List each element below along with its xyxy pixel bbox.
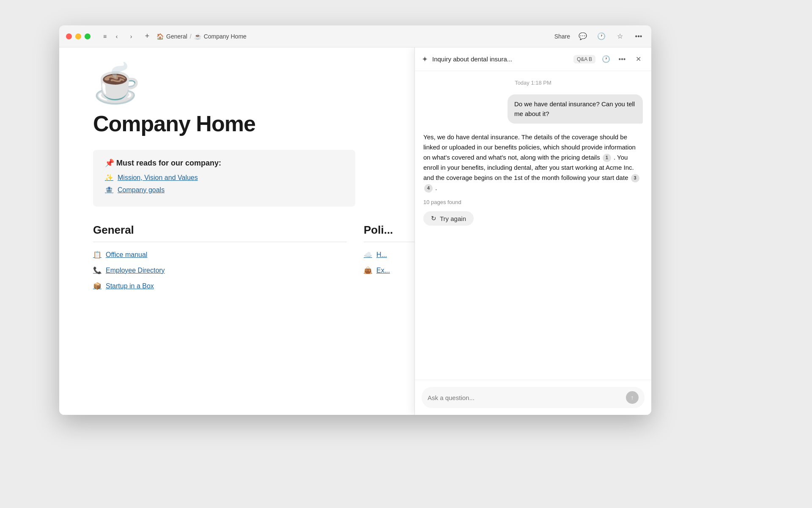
ai-messages: Today 1:18 PM Do we have dental insuranc… [415,71,651,380]
bank-icon: 🏦 [105,186,113,194]
message-timestamp: Today 1:18 PM [423,80,643,86]
must-reads-title: 📌 Must reads for our company: [105,158,343,168]
forward-button[interactable]: › [125,30,137,42]
breadcrumb-page-title: Company Home [204,33,247,40]
must-reads-item-1-text: Mission, Vision and Values [118,174,198,182]
traffic-lights [66,33,91,39]
ai-input-area: ↑ [415,380,651,415]
must-reads-item-1[interactable]: ✨ Mission, Vision and Values [105,174,343,182]
try-again-label: Try again [440,215,466,222]
ai-close-button[interactable]: ✕ [632,53,645,66]
nav-buttons: ‹ › [111,30,137,42]
app-window: ≡ ‹ › + 🏠 General / ☕ Company Home Share… [59,25,651,415]
must-reads-item-2[interactable]: 🏦 Company goals [105,186,343,194]
back-icon: ‹ [116,33,118,40]
back-button[interactable]: ‹ [111,30,123,42]
general-section-heading: General [93,224,347,242]
sparkle-icon: ✨ [105,174,113,182]
bag-icon: 👜 [364,266,372,274]
citation-1[interactable]: 1 [603,154,611,162]
user-message-bubble: Do we have dental insurance? Can you tel… [508,94,643,124]
ai-history-icon: 🕐 [602,55,610,63]
breadcrumb-general[interactable]: General [166,33,187,40]
general-section: General 📋 Office manual 📞 Employee Direc… [93,224,347,298]
minimize-window-button[interactable] [75,33,81,39]
ai-panel: ✦ Inquiry about dental insura... Q&A B 🕐… [414,47,651,415]
breadcrumb: 🏠 General / ☕ Company Home [156,33,554,40]
history-button[interactable]: 🕐 [595,30,607,42]
phone-icon: 📞 [93,266,102,274]
breadcrumb-home-icon: 🏠 [156,33,164,40]
breadcrumb-page-icon: ☕ [194,33,201,40]
citation-3[interactable]: 3 [631,174,639,182]
ai-more-icon: ••• [619,55,626,63]
user-message: Do we have dental insurance? Can you tel… [423,94,643,124]
box-icon: 📦 [93,282,102,290]
ai-panel-title: Inquiry about dental insura... [432,55,569,63]
must-reads-suffix: for our company: [156,159,221,167]
ai-message: Yes, we do have dental insurance. The de… [423,132,643,226]
comment-icon: 💬 [579,32,587,40]
office-manual-text: Office manual [106,251,147,259]
ai-input-row: ↑ [422,387,645,408]
forward-icon: › [130,33,132,40]
cloud-icon: ☁️ [364,251,372,259]
office-manual-link[interactable]: 📋 Office manual [93,251,347,259]
comment-button[interactable]: 💬 [577,30,589,42]
titlebar-actions: Share 💬 🕐 ☆ ••• [554,30,645,42]
maximize-window-button[interactable] [85,33,91,39]
ai-history-button[interactable]: 🕐 [600,53,612,66]
policies-item-2-text: Ex... [376,267,390,274]
clipboard-icon: 📋 [93,251,102,259]
content-area: ☕ Company Home 📌 Must reads for our comp… [59,47,651,415]
ai-tab-badge[interactable]: Q&A B [573,55,595,64]
menu-icon: ≡ [103,33,107,40]
retry-icon: ↻ [431,215,436,222]
employee-directory-text: Employee Directory [106,267,165,274]
must-reads-item-2-text: Company goals [118,186,165,194]
breadcrumb-separator: / [190,33,192,40]
ai-more-button[interactable]: ••• [616,53,628,66]
share-button[interactable]: Share [554,33,570,40]
ai-header-actions: 🕐 ••• ✕ [600,53,645,66]
ai-panel-header: ✦ Inquiry about dental insura... Q&A B 🕐… [415,47,651,71]
ai-send-button[interactable]: ↑ [626,391,639,404]
more-icon: ••• [635,33,642,40]
star-icon: ☆ [617,32,623,40]
startup-in-a-box-link[interactable]: 📦 Startup in a Box [93,282,347,290]
more-button[interactable]: ••• [633,30,645,42]
ai-response-end: . [435,184,437,191]
ai-message-text: Yes, we do have dental insurance. The de… [423,132,643,193]
titlebar: ≡ ‹ › + 🏠 General / ☕ Company Home Share… [59,25,651,47]
must-reads-bold: Must reads [116,159,156,167]
plus-icon: + [145,32,150,41]
pages-found-label: 10 pages found [423,199,643,205]
star-button[interactable]: ☆ [614,30,626,42]
try-again-button[interactable]: ↻ Try again [423,211,474,226]
add-page-button[interactable]: + [141,30,153,42]
send-icon: ↑ [631,394,634,401]
policies-item-1-text: H... [376,251,387,259]
close-window-button[interactable] [66,33,72,39]
must-reads-box: 📌 Must reads for our company: ✨ Mission,… [93,150,355,207]
history-icon: 🕐 [597,32,606,40]
ai-sparkle-icon: ✦ [422,55,428,64]
menu-button[interactable]: ≡ [99,30,111,42]
citation-4[interactable]: 4 [424,184,433,193]
startup-in-a-box-text: Startup in a Box [106,282,154,290]
ai-close-icon: ✕ [636,55,641,63]
employee-directory-link[interactable]: 📞 Employee Directory [93,266,347,274]
ai-question-input[interactable] [428,394,626,401]
